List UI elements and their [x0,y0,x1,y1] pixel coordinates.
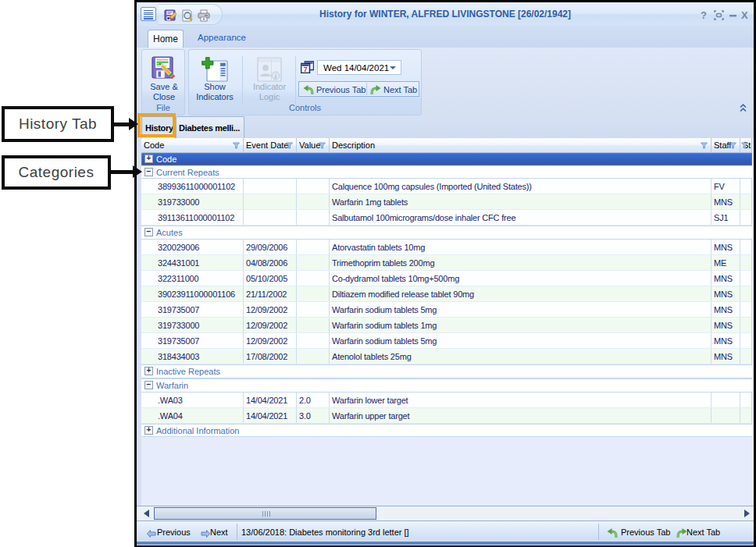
svg-text:?: ? [701,10,707,20]
svg-text:7: 7 [304,66,308,73]
svg-text:X: X [741,10,748,20]
